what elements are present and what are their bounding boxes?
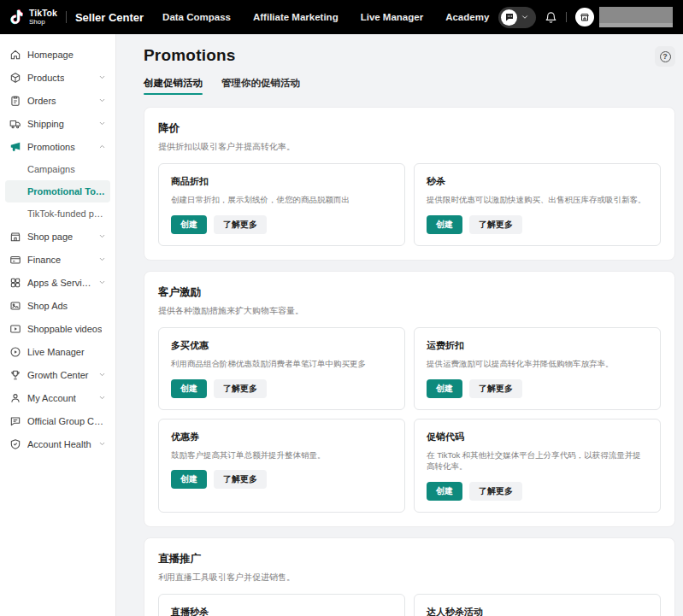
section-title: 直播推广 bbox=[158, 552, 661, 566]
learn-more-button[interactable]: 了解更多 bbox=[214, 215, 267, 234]
chat-bubble-icon bbox=[501, 9, 517, 26]
card-description: 利用商品组合阶梯优惠鼓励消费者单笔订单中购买更多 bbox=[171, 358, 392, 370]
section-title: 降价 bbox=[158, 121, 661, 136]
chevron-down-icon bbox=[98, 73, 106, 81]
my-account-icon bbox=[9, 392, 21, 404]
shop-name-redacted bbox=[599, 7, 673, 27]
learn-more-button[interactable]: 了解更多 bbox=[469, 482, 522, 501]
section-customer-incentives: 客户激励 提供各种激励措施来扩大购物车容量。 多买优惠 利用商品组合阶梯优惠鼓励… bbox=[144, 271, 675, 527]
sidebar-item-label: Growth Center bbox=[27, 370, 89, 380]
card-description: 创建日常折扣，展示划线价，使您的商品脱颖而出 bbox=[171, 194, 392, 206]
chevron-up-icon bbox=[98, 143, 106, 150]
sidebar-item-tiktok-funded-promotions[interactable]: TikTok-funded promotio... bbox=[5, 202, 110, 225]
chevron-down-icon bbox=[98, 394, 106, 402]
sidebar-item-shoppable-videos[interactable]: Shoppable videos bbox=[5, 317, 110, 340]
topbar-right-divider bbox=[566, 12, 567, 22]
sidebar-item-label: Shop page bbox=[27, 232, 73, 242]
card-title: 商品折扣 bbox=[171, 175, 392, 188]
section-price-reduction: 降价 提供折扣以吸引客户并提高转化率。 商品折扣 创建日常折扣，展示划线价，使您… bbox=[144, 107, 675, 261]
create-button[interactable]: 创建 bbox=[427, 379, 462, 398]
chevron-down-icon bbox=[98, 120, 106, 127]
sidebar-item-campaigns[interactable]: Campaigns bbox=[5, 158, 110, 180]
card-title: 直播秒杀 bbox=[171, 606, 392, 616]
chevron-down-icon bbox=[98, 279, 106, 286]
page-title: Promotions bbox=[144, 46, 236, 65]
main-content: Promotions ? 创建促销活动 管理你的促销活动 降价 提供折扣以吸引客… bbox=[116, 34, 683, 616]
create-button[interactable]: 创建 bbox=[171, 470, 207, 489]
card-title: 优惠券 bbox=[171, 431, 392, 443]
chevron-down-icon bbox=[98, 232, 106, 240]
products-icon bbox=[9, 72, 21, 84]
section-live-promotion: 直播推广 利用直播工具吸引客户并促进销售。 直播秒杀 提供专属直播优惠，激励快速… bbox=[144, 537, 675, 616]
notifications-bell-icon[interactable] bbox=[545, 11, 557, 24]
sidebar-item-label: Finance bbox=[27, 255, 61, 265]
card-description: 提供运费激励可以提高转化率并降低购物车放弃率。 bbox=[427, 358, 648, 370]
nav-live-manager[interactable]: Live Manager bbox=[361, 12, 424, 22]
nav-academy[interactable]: Academy bbox=[445, 12, 489, 22]
tiktok-note-icon bbox=[9, 8, 26, 26]
sidebar-item-my-account[interactable]: My Account bbox=[5, 386, 110, 409]
sidebar-item-label: Shop Ads bbox=[27, 301, 68, 311]
card-title: 达人秒杀活动 bbox=[427, 606, 648, 616]
sidebar-item-finance[interactable]: Finance bbox=[5, 248, 110, 271]
sidebar-item-label: Live Manager bbox=[27, 347, 85, 357]
sidebar-item-label: Account Health bbox=[27, 439, 91, 449]
sidebar-item-homepage[interactable]: Homepage bbox=[5, 43, 110, 66]
learn-more-button[interactable]: 了解更多 bbox=[214, 379, 267, 398]
create-button[interactable]: 创建 bbox=[171, 379, 207, 398]
chevron-down-icon bbox=[98, 440, 106, 448]
section-subtitle: 提供折扣以吸引客户并提高转化率。 bbox=[158, 141, 661, 153]
sidebar-item-shop-page[interactable]: Shop page bbox=[5, 225, 110, 248]
learn-more-button[interactable]: 了解更多 bbox=[469, 379, 522, 398]
sidebar-item-live-manager[interactable]: Live Manager bbox=[5, 340, 110, 363]
card-description: 鼓励客户提高其订单总额并提升整体销量。 bbox=[171, 449, 392, 461]
sidebar-item-promotional-tools[interactable]: Promotional Tools bbox=[5, 180, 110, 202]
messages-button[interactable] bbox=[498, 7, 536, 28]
question-circle-icon: ? bbox=[660, 51, 671, 62]
sidebar-item-label: My Account bbox=[27, 393, 76, 403]
create-button[interactable]: 创建 bbox=[427, 482, 462, 501]
seller-center-title[interactable]: Seller Center bbox=[75, 11, 144, 24]
sidebar-item-shop-ads[interactable]: Shop Ads bbox=[5, 294, 110, 317]
sidebar-item-account-health[interactable]: Account Health bbox=[5, 432, 110, 455]
sidebar-item-orders[interactable]: Orders bbox=[5, 89, 110, 112]
growth-center-icon bbox=[9, 369, 21, 381]
chevron-down-icon bbox=[98, 371, 106, 378]
section-title: 客户激励 bbox=[158, 285, 661, 300]
orders-icon bbox=[9, 95, 21, 107]
nav-data-compass[interactable]: Data Compass bbox=[162, 12, 231, 22]
sidebar-item-apps-services[interactable]: Apps & Services bbox=[5, 271, 110, 294]
account-health-icon bbox=[9, 438, 21, 450]
topbar: TikTok Shop Seller Center Data Compass A… bbox=[0, 0, 683, 34]
sidebar-subitem-label: TikTok-funded promotio... bbox=[27, 208, 106, 219]
card-buy-more-save-more: 多买优惠 利用商品组合阶梯优惠鼓励消费者单笔订单中购买更多 创建 了解更多 bbox=[158, 327, 405, 410]
shoppable-videos-icon bbox=[9, 323, 21, 335]
chevron-down-icon bbox=[98, 97, 106, 104]
tab-create-promotions[interactable]: 创建促销活动 bbox=[144, 77, 203, 95]
card-description: 在 TikTok 和其他社交媒体平台上分享代码，以获得流量并提高转化率。 bbox=[427, 449, 648, 473]
card-description: 提供限时优惠可以激励快速购买、出售积压库存或吸引新客。 bbox=[427, 194, 648, 206]
shop-page-icon bbox=[9, 231, 21, 243]
finance-icon bbox=[9, 254, 21, 266]
section-subtitle: 利用直播工具吸引客户并促进销售。 bbox=[158, 572, 661, 584]
sidebar-item-growth-center[interactable]: Growth Center bbox=[5, 363, 110, 386]
learn-more-button[interactable]: 了解更多 bbox=[469, 215, 522, 234]
sidebar-item-products[interactable]: Products bbox=[5, 66, 110, 89]
topbar-right bbox=[498, 7, 673, 28]
tab-manage-promotions[interactable]: 管理你的促销活动 bbox=[221, 77, 300, 95]
logo-wordmark: TikTok Shop bbox=[29, 9, 57, 26]
home-icon bbox=[9, 49, 21, 61]
shop-avatar[interactable] bbox=[575, 8, 594, 26]
sidebar-item-official-group-chat[interactable]: Official Group Chat bbox=[5, 409, 110, 432]
help-button[interactable]: ? bbox=[655, 46, 675, 67]
create-button[interactable]: 创建 bbox=[427, 215, 462, 234]
apps-grid-icon bbox=[9, 277, 21, 289]
card-shipping-discount: 运费折扣 提供运费激励可以提高转化率并降低购物车放弃率。 创建 了解更多 bbox=[414, 327, 661, 410]
sidebar-item-shipping[interactable]: Shipping bbox=[5, 112, 110, 135]
nav-affiliate-marketing[interactable]: Affiliate Marketing bbox=[253, 12, 339, 22]
create-button[interactable]: 创建 bbox=[171, 215, 207, 234]
sidebar-item-promotions[interactable]: Promotions bbox=[5, 135, 110, 158]
tiktok-shop-logo[interactable]: TikTok Shop bbox=[9, 8, 57, 26]
learn-more-button[interactable]: 了解更多 bbox=[214, 470, 267, 489]
promotion-tabs: 创建促销活动 管理你的促销活动 bbox=[144, 77, 675, 95]
